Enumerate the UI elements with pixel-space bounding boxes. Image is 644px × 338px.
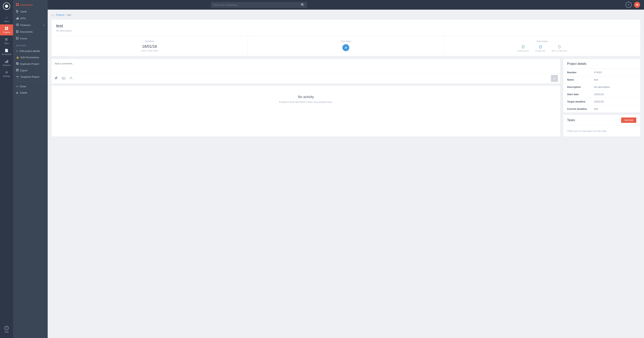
team-avatar-joe[interactable]: JB	[342, 44, 349, 51]
details-row-description: Description No description	[563, 84, 640, 91]
svg-rect-11	[7, 60, 8, 63]
menu-item-dashboard[interactable]: Dashboard	[13, 2, 48, 8]
not-started-label: NOT STARTED	[552, 50, 567, 52]
menu-item-documents[interactable]: Documents	[13, 28, 48, 35]
details-row-target-deadline: Target deadline 16/01/16	[563, 98, 640, 105]
svg-rect-17	[17, 11, 18, 12]
deadline-value: 16/01/16	[56, 44, 243, 49]
settings-icon: ⚙	[4, 70, 9, 74]
mention-button[interactable]	[68, 76, 74, 81]
camera-icon: 📷	[16, 76, 19, 78]
svg-rect-21	[18, 17, 18, 20]
gantt-icon	[16, 10, 19, 13]
details-row-number: Number P-0021	[563, 69, 640, 76]
complete-count: 0	[517, 44, 529, 50]
complete-label: COMPLETE	[517, 50, 529, 52]
tasks-card: Tasks Add task There are no sub-tasks fo…	[563, 115, 640, 136]
menu-item-gantt[interactable]: Gantt	[13, 8, 48, 15]
svg-rect-32	[17, 63, 18, 64]
sidebar-item-projects[interactable]: Projects	[0, 24, 13, 36]
deadline-label: Deadline	[56, 40, 243, 43]
sidebar-item-settings[interactable]: ⚙ Settings	[0, 68, 13, 79]
comment-submit-button[interactable]	[551, 75, 558, 82]
team-label: Your team	[252, 40, 439, 43]
attach-button[interactable]	[54, 76, 59, 81]
actions-section-label: ACTIONS	[13, 42, 48, 48]
menu-item-duplicate[interactable]: Duplicate Project	[13, 60, 48, 67]
svg-rect-6	[5, 38, 8, 39]
help-icon: ?	[4, 326, 9, 330]
svg-rect-13	[18, 3, 19, 4]
menu-item-export[interactable]: Export	[13, 67, 48, 74]
deadline-block: Deadline 16/01/16 (over 2 years ago)	[52, 36, 248, 56]
task-status-label: Task status	[449, 40, 636, 43]
activity-subtitle: It doesn't look like there's been any ac…	[56, 100, 556, 104]
menu-item-edit-project[interactable]: ✏ Edit project details	[13, 48, 48, 54]
task-status-group: 0 COMPLETE 0 STARTED 0 NOT STARTED	[449, 44, 636, 52]
content-area: ⌂ / Projects / test test No description …	[48, 10, 644, 338]
menu-item-snapshot[interactable]: 📷 Snapshot Report	[13, 74, 48, 80]
svg-rect-3	[5, 28, 6, 30]
svg-rect-7	[5, 39, 7, 40]
comment-textarea[interactable]	[52, 59, 560, 72]
project-details-card: Project details Number P-0021 Name test …	[563, 59, 640, 112]
menu-item-kpis[interactable]: KPIs	[13, 15, 48, 22]
svg-rect-27	[17, 32, 18, 32]
details-row-start-date: Start date 15/01/16	[563, 91, 640, 98]
svg-rect-8	[5, 40, 8, 40]
close-icon: ✕	[16, 85, 18, 88]
export-icon	[16, 69, 19, 72]
svg-rect-9	[5, 62, 6, 63]
menu-item-edit-permissions[interactable]: 🔒 Edit Permissions	[13, 54, 48, 60]
breadcrumb-home-icon[interactable]: ⌂	[52, 14, 53, 16]
add-button[interactable]: +	[626, 2, 632, 8]
search-input[interactable]	[213, 4, 299, 6]
project-description: No description	[56, 29, 636, 32]
breadcrumb: ⌂ / Projects / test	[52, 14, 640, 16]
activity-box: No activity It doesn't look like there's…	[52, 86, 560, 136]
started-stat: 0 STARTED	[536, 44, 546, 52]
breadcrumb-projects-link[interactable]: Projects	[56, 14, 64, 16]
sidebar-item-tasks[interactable]: Tasks	[0, 36, 13, 46]
finances-arrow-icon: ▸	[44, 24, 44, 26]
user-avatar[interactable]: JB	[634, 2, 640, 8]
started-label: STARTED	[536, 50, 546, 52]
logo	[2, 2, 11, 10]
sidebar-item-finances[interactable]: Finances	[0, 57, 13, 68]
project-title: test	[56, 24, 636, 28]
image-button[interactable]	[61, 76, 66, 81]
svg-rect-16	[16, 10, 18, 11]
sidebar-item-documents[interactable]: 📄 Documents	[0, 46, 13, 57]
svg-rect-36	[18, 70, 18, 70]
project-card: test No description Deadline 16/01/16 (o…	[52, 20, 640, 56]
menu-item-finances[interactable]: Finances ▸	[13, 22, 48, 28]
tasks-card-header: Tasks Add task	[563, 115, 640, 126]
sidebar-item-home[interactable]: ⌂ Home	[0, 14, 13, 24]
tasks-icon	[4, 37, 9, 42]
svg-rect-35	[17, 70, 17, 70]
svg-rect-10	[6, 61, 7, 63]
details-row-name: Name test	[563, 76, 640, 84]
activity-title: No activity	[56, 95, 556, 99]
svg-rect-5	[7, 29, 8, 30]
left-panel: No activity It doesn't look like there's…	[52, 59, 560, 136]
add-task-button[interactable]: Add task	[621, 118, 636, 123]
svg-rect-26	[17, 31, 18, 31]
header-actions: + JB	[626, 2, 640, 8]
deadline-sub: (over 2 years ago)	[56, 50, 243, 52]
menu-item-close[interactable]: ✕ Close	[13, 83, 48, 90]
icon-nav: ⌂ Home Projects Tasks 📄 Documents	[0, 0, 13, 338]
finances-sidebar-icon	[16, 24, 19, 27]
team-avatars: JB	[252, 44, 439, 51]
sidebar-item-help[interactable]: ? Help	[0, 324, 13, 335]
menu-item-forms[interactable]: Forms	[13, 35, 48, 42]
svg-rect-14	[16, 5, 17, 6]
svg-rect-15	[18, 5, 19, 6]
documents-icon: 📄	[4, 48, 9, 52]
breadcrumb-current: test	[68, 14, 71, 16]
svg-rect-33	[16, 62, 18, 64]
search-bar: 🔍	[211, 2, 307, 8]
svg-rect-30	[17, 38, 18, 38]
svg-rect-24	[17, 24, 18, 25]
menu-item-delete[interactable]: 🗑 Delete	[13, 90, 48, 96]
